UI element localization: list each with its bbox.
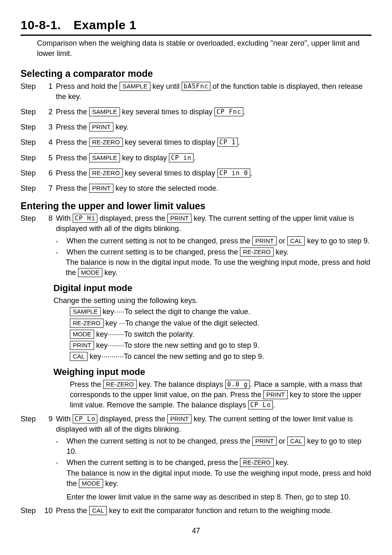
step-num: 2 (44, 107, 56, 117)
step-label: Step (21, 183, 44, 194)
step-num: 7 (44, 183, 56, 194)
text: key to display (120, 154, 169, 162)
bullet-icon (56, 458, 67, 502)
step-3: Step 3 Press the PRINT key. (21, 122, 371, 132)
step-label: Step (21, 153, 44, 163)
seg-basfnc: bA5Fnc (182, 82, 210, 91)
page-number: 47 (21, 526, 371, 536)
rezero-key: RE-ZERO (89, 169, 123, 178)
step-body: Press the RE-ZERO key several times to d… (56, 168, 371, 178)
seg-cpin0: CP in 0 (217, 169, 250, 178)
text: or (277, 437, 287, 445)
subheading-enter: Entering the upper and lower limit value… (21, 199, 371, 213)
print-key: PRINT (252, 236, 277, 245)
text: Press the (70, 380, 103, 388)
rezero-key: RE-ZERO (240, 458, 274, 467)
text: key. (113, 123, 129, 131)
step-num: 3 (44, 122, 56, 132)
text: key to go to step 9. (305, 237, 369, 245)
step-label: Step (21, 81, 44, 102)
text: key···········To cancel the new setting … (88, 352, 264, 361)
section-intro: Comparison when the weighing data is sta… (37, 38, 371, 59)
step-9: Step 9 With CP Lo displayed, press the P… (21, 414, 371, 435)
text: key. The balance displays (137, 380, 225, 388)
text: Press the (56, 184, 89, 192)
step-body: Press the PRINT key. (56, 122, 371, 132)
text: Enter the lower limit value in the same … (67, 492, 371, 502)
seg-cpin: CP in (169, 153, 194, 162)
seg-zerog: 0.0 g (225, 380, 250, 389)
digital-group: Change the setting using the following k… (53, 296, 371, 362)
text: Press the (56, 123, 89, 131)
bullet-body: When the current setting is to be change… (67, 458, 371, 502)
cal-key: CAL (89, 506, 107, 515)
sample-key: SAMPLE (120, 82, 150, 91)
cal-key: CAL (287, 437, 305, 446)
text: key········To switch the polarity. (94, 330, 194, 338)
bullet-9-2: When the current setting is to be change… (56, 458, 371, 502)
seg-cplo: CP Lo (248, 400, 273, 409)
step-body: Press the PRINT key to store the selecte… (56, 183, 371, 194)
text: Press and hold the (56, 82, 120, 90)
text: key several times to display (123, 169, 217, 177)
step-label: Step (21, 168, 44, 178)
text: . (243, 108, 245, 116)
bullet-icon (56, 236, 67, 246)
step-8: Step 8 With CP Hi displayed, press the P… (21, 213, 371, 234)
step-label: Step (21, 414, 44, 435)
text: key. (274, 458, 289, 467)
step-num: 5 (44, 153, 56, 163)
text: key until (150, 82, 182, 90)
print-key: PRINT (70, 341, 94, 350)
subheading-select: Selecting a comparator mode (21, 67, 371, 80)
step-body: With CP Hi displayed, press the PRINT ke… (56, 213, 371, 234)
step-body: Press the SAMPLE key to display CP in. (56, 153, 371, 163)
text: or (277, 237, 287, 245)
step-label: Step (21, 122, 44, 132)
weigh-body: Press the RE-ZERO key. The balance displ… (70, 379, 371, 411)
dig-sample: SAMPLE key·····To select the digit to ch… (70, 307, 371, 317)
cal-key: CAL (70, 352, 88, 361)
step-label: Step (21, 107, 44, 117)
text: key. (103, 479, 118, 488)
step-num: 8 (44, 213, 56, 234)
text: . (273, 401, 275, 409)
text: . (238, 138, 240, 146)
text: key·····To select the digit to change th… (101, 308, 250, 316)
step-7: Step 7 Press the PRINT key to store the … (21, 183, 371, 194)
text: Press the (56, 169, 89, 177)
text: Press the (56, 154, 89, 162)
step-num: 1 (44, 81, 56, 102)
text: When the current setting is to be change… (67, 458, 240, 467)
section-title: 10-8-1. Example 1 (21, 16, 371, 36)
sample-key: SAMPLE (89, 153, 120, 162)
rezero-key: RE-ZERO (89, 138, 123, 147)
bullet-9-1: When the current setting is not to be ch… (56, 436, 371, 457)
mode-key: MODE (78, 268, 102, 277)
text: key. (274, 248, 289, 256)
bullet-8-2: When the current setting is to be change… (56, 247, 371, 257)
step-num: 4 (44, 137, 56, 148)
seg-cpfnc: CP Fnc (214, 107, 243, 116)
print-key: PRINT (89, 123, 113, 132)
sample-key: SAMPLE (70, 307, 101, 316)
step-body: Press the CAL key to exit the comparator… (56, 506, 371, 516)
seg-cplo: CP Lo (73, 414, 97, 423)
step-body: Press and hold the SAMPLE key until bA5F… (56, 81, 371, 102)
text: key to store the selected mode. (113, 184, 218, 192)
sample-key: SAMPLE (89, 107, 120, 116)
seg-cphi: CP Hi (73, 214, 97, 223)
text: When the current setting is not to be ch… (67, 237, 252, 245)
text: Press the (56, 108, 89, 116)
text: With (56, 415, 73, 423)
print-key: PRINT (167, 414, 191, 423)
text: Press the (56, 506, 89, 515)
text: With (56, 214, 73, 222)
bullet-body: When the current setting is not to be ch… (67, 236, 371, 246)
print-key: PRINT (89, 184, 113, 193)
step8-extra: The balance is now in the digital input … (66, 257, 371, 278)
text: Press the (56, 138, 89, 146)
print-key: PRINT (167, 214, 191, 223)
step-num: 10 (44, 506, 56, 516)
step-num: 6 (44, 168, 56, 178)
